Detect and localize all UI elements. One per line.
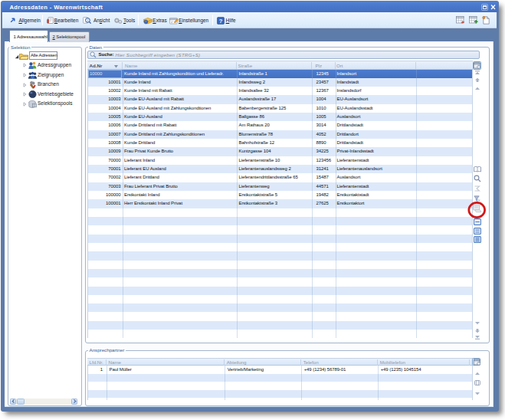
- svg-text:?: ?: [219, 18, 223, 25]
